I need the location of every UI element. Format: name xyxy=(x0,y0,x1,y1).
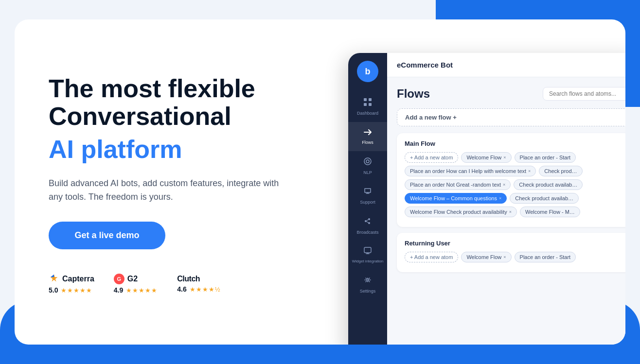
g2-icon: G xyxy=(114,274,124,284)
sidebar-support-label: Support xyxy=(360,200,375,205)
svg-point-6 xyxy=(364,158,371,165)
sidebar-item-nlp[interactable]: NLP xyxy=(348,151,387,181)
left-content-area: The most flexible Conversational AI plat… xyxy=(15,19,365,345)
app-main-content: eCommerce Bot Flows Add a new flow + Mai… xyxy=(387,53,625,345)
app-body: Flows Add a new flow + Main Flow + Add a… xyxy=(387,77,625,345)
rating-g2: G G2 4.9 ★★★★★ xyxy=(114,274,158,294)
nlp-icon xyxy=(363,157,372,168)
atom-check-avail-2[interactable]: Check product availab… xyxy=(510,193,579,204)
background-wrapper: The most flexible Conversational AI plat… xyxy=(0,0,640,364)
headline-main: The most flexible Conversational xyxy=(49,75,336,130)
svg-rect-13 xyxy=(364,247,371,253)
ratings-row: Capterra 5.0 ★★★★★ G G2 4.9 ★★★★★ xyxy=(49,274,336,294)
svg-point-7 xyxy=(366,160,369,163)
svg-rect-4 xyxy=(364,103,367,106)
dashboard-icon xyxy=(363,98,372,109)
sidebar-widget-label: Widget integration xyxy=(352,259,383,264)
app-sidebar: b Dashboard Flows xyxy=(348,53,387,345)
flow-section-returning: Returning User + Add a new atom Welcome … xyxy=(397,233,625,272)
svg-rect-3 xyxy=(369,98,372,101)
capterra-icon xyxy=(49,274,59,284)
svg-point-10 xyxy=(368,222,370,224)
headline-line2: Conversational xyxy=(49,102,231,130)
hero-subtext: Build advanced AI bots, add custom featu… xyxy=(49,176,292,205)
app-window: b Dashboard Flows xyxy=(348,53,625,345)
atom-welcome-flow-1[interactable]: Welcome Flow × xyxy=(461,152,511,163)
main-card: The most flexible Conversational AI plat… xyxy=(15,19,625,345)
clutch-score: 4.6 xyxy=(177,285,186,293)
g2-stars: ★★★★★ xyxy=(126,287,158,294)
flows-header: Flows xyxy=(397,87,625,101)
clutch-brand-label: Clutch xyxy=(177,275,200,283)
sidebar-settings-label: Settings xyxy=(360,289,376,294)
g2-score: 4.9 xyxy=(114,286,123,294)
clutch-stars: ★★★★½ xyxy=(190,286,221,293)
sidebar-item-dashboard[interactable]: Dashboard xyxy=(348,92,387,122)
flows-title: Flows xyxy=(397,87,430,101)
capterra-brand-label: Capterra xyxy=(62,275,94,283)
svg-line-11 xyxy=(367,220,368,221)
svg-point-9 xyxy=(368,218,370,220)
atoms-row-3: Place an order Not Great -random text × … xyxy=(405,179,622,190)
svg-marker-1 xyxy=(51,275,54,277)
search-input[interactable] xyxy=(543,87,625,101)
svg-point-8 xyxy=(365,220,367,222)
atom-check-avail-1[interactable]: Check product availab… xyxy=(514,179,583,190)
svg-rect-2 xyxy=(364,98,367,101)
add-flow-button[interactable]: Add a new flow + xyxy=(397,108,625,126)
rating-clutch: Clutch 4.6 ★★★★½ xyxy=(177,275,220,293)
app-header: eCommerce Bot xyxy=(387,53,625,77)
atom-welcome-check-avail[interactable]: Welcome Flow Check product availability … xyxy=(405,207,517,217)
atom-welcome-common[interactable]: Welcome Flow – Common questions × xyxy=(405,193,507,204)
returning-user-title: Returning User xyxy=(405,240,622,247)
sidebar-logo-char: b xyxy=(365,67,371,77)
add-atom-tag-returning[interactable]: + Add a new atom xyxy=(405,252,458,262)
capterra-stars: ★★★★★ xyxy=(61,287,92,294)
atoms-row-returning: + Add a new atom Welcome Flow × Place an… xyxy=(405,252,622,262)
sidebar-broadcasts-label: Broadcasts xyxy=(356,230,378,235)
svg-line-12 xyxy=(367,222,368,223)
sidebar-item-support[interactable]: Support xyxy=(348,181,387,211)
flow-section-main: Main Flow + Add a new atom Welcome Flow … xyxy=(397,133,625,227)
widget-icon xyxy=(364,247,372,257)
cta-button[interactable]: Get a live demo xyxy=(49,222,165,249)
atom-place-order-returning[interactable]: Place an order - Start xyxy=(515,252,576,262)
sidebar-item-flows[interactable]: Flows xyxy=(348,122,387,151)
sidebar-nlp-label: NLP xyxy=(363,170,372,175)
support-icon xyxy=(363,187,372,198)
atoms-row-5: Welcome Flow Check product availability … xyxy=(405,207,622,217)
app-bot-name: eCommerce Bot xyxy=(397,61,625,69)
atom-place-order-start[interactable]: Place an order - Start xyxy=(515,152,576,163)
atom-welcome-m[interactable]: Welcome Flow - M… xyxy=(520,207,580,217)
headline-line1: The most flexible xyxy=(49,74,255,103)
atom-place-order-help[interactable]: Place an order How can I Help with welco… xyxy=(405,166,536,176)
rating-capterra: Capterra 5.0 ★★★★★ xyxy=(49,274,94,294)
svg-rect-5 xyxy=(369,103,372,106)
sidebar-item-settings[interactable]: Settings xyxy=(348,270,387,300)
svg-point-14 xyxy=(367,279,369,281)
sidebar-item-broadcasts[interactable]: Broadcasts xyxy=(348,211,387,241)
broadcasts-icon xyxy=(363,217,372,228)
capterra-score: 5.0 xyxy=(49,286,58,294)
sidebar-logo: b xyxy=(357,61,378,82)
atoms-row-1: + Add a new atom Welcome Flow × Place an… xyxy=(405,152,622,163)
app-mockup-area: b Dashboard Flows xyxy=(319,19,625,345)
atom-place-order-notgreat[interactable]: Place an order Not Great -random text × xyxy=(405,179,511,190)
sidebar-dashboard-label: Dashboard xyxy=(357,111,378,116)
headline-blue: AI platform xyxy=(49,134,336,164)
add-atom-tag-main[interactable]: + Add a new atom xyxy=(405,152,458,163)
atoms-row-2: Place an order How can I Help with welco… xyxy=(405,166,622,176)
atom-check-prod-1[interactable]: Check prod… xyxy=(539,166,582,176)
atoms-row-4: Welcome Flow – Common questions × Check … xyxy=(405,193,622,204)
sidebar-item-widget[interactable]: Widget integration xyxy=(348,241,387,270)
settings-icon xyxy=(363,276,372,287)
atom-welcome-flow-returning[interactable]: Welcome Flow × xyxy=(461,252,511,262)
flows-icon xyxy=(363,128,372,138)
g2-brand-label: G2 xyxy=(127,275,138,283)
sidebar-flows-label: Flows xyxy=(362,140,373,145)
main-flow-title: Main Flow xyxy=(405,140,622,147)
